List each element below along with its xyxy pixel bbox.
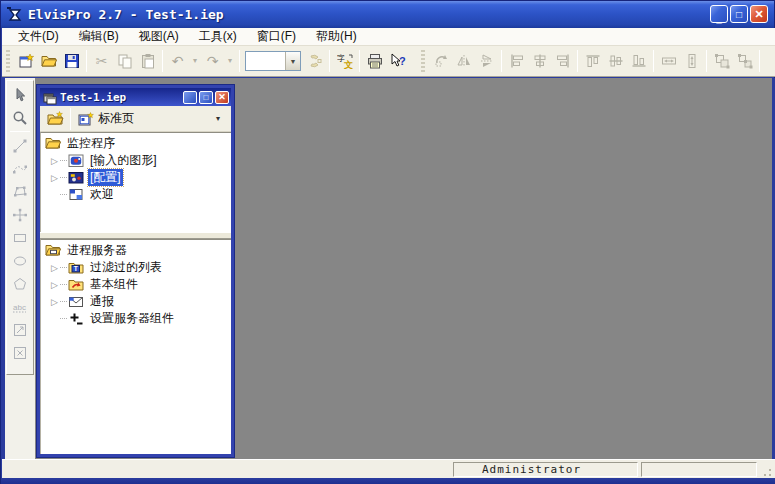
expander-icon[interactable]: ▷ <box>49 263 60 273</box>
close-button[interactable]: ✕ <box>750 5 768 23</box>
tree-item-label-selected[interactable]: [配置] <box>88 169 123 186</box>
menu-view[interactable]: 视图(A) <box>129 27 189 47</box>
ellipse-tool-icon <box>12 253 28 269</box>
redo-button[interactable]: ↷ <box>201 50 224 72</box>
page-type-selector[interactable]: 标准页 ▾ <box>74 108 228 130</box>
tree-root-server[interactable]: 进程服务器 <box>41 242 231 259</box>
align-right-icon <box>555 53 571 69</box>
align-bottom-button[interactable] <box>627 50 650 72</box>
menu-tools[interactable]: 工具(x) <box>189 27 247 47</box>
select-tool-icon <box>12 87 28 103</box>
flip-horizontal-button[interactable] <box>452 50 475 72</box>
tree-item-filtered-list[interactable]: ▷ T 过滤过的列表 <box>41 259 231 276</box>
wand-button[interactable] <box>303 50 326 72</box>
ole-tool-button[interactable] <box>8 341 32 364</box>
rotate-free-button[interactable] <box>429 50 452 72</box>
copy-button[interactable] <box>113 50 136 72</box>
group-icon <box>714 53 730 69</box>
titlebar[interactable]: ElvisPro 2.7 - Test-1.iep _ □ ✕ <box>1 1 774 28</box>
group-button[interactable] <box>710 50 733 72</box>
tree-item-label[interactable]: 过滤过的列表 <box>88 259 164 276</box>
tree-item-config[interactable]: ▷ [配置] <box>41 169 231 186</box>
tree-root-label[interactable]: 进程服务器 <box>65 242 129 259</box>
expander-icon[interactable]: ▷ <box>49 173 60 183</box>
app-icon[interactable] <box>6 7 24 23</box>
toolbar-separator <box>653 50 654 72</box>
new-window-button[interactable] <box>14 50 37 72</box>
page-combo[interactable]: ▼ <box>245 51 301 71</box>
polygon-tool-button[interactable] <box>8 180 32 203</box>
maximize-button[interactable]: □ <box>730 5 748 23</box>
tree-splitter[interactable] <box>40 232 231 239</box>
tree-item-label[interactable]: 通报 <box>88 293 116 310</box>
child-titlebar[interactable]: Test-1.iep _ □ ✕ <box>40 88 231 106</box>
open-button[interactable] <box>37 50 60 72</box>
image-tool-button[interactable] <box>8 318 32 341</box>
flip-vertical-button[interactable] <box>475 50 498 72</box>
same-width-button[interactable] <box>657 50 680 72</box>
tree-item-basic-components[interactable]: ▷ 基本组件 <box>41 276 231 293</box>
menu-help[interactable]: 帮助(H) <box>306 27 367 47</box>
menu-window[interactable]: 窗口(F) <box>247 27 306 47</box>
expander-icon[interactable]: ▷ <box>49 297 60 307</box>
redo-dropdown[interactable]: ▾ <box>224 50 236 72</box>
align-left-button[interactable] <box>505 50 528 72</box>
same-width-icon <box>661 53 677 69</box>
tree-item-label[interactable]: 基本组件 <box>88 276 140 293</box>
align-top-icon <box>585 53 601 69</box>
tree-item-label[interactable]: [输入的图形] <box>88 152 159 169</box>
align-right-button[interactable] <box>551 50 574 72</box>
toolbar-separator <box>501 50 502 72</box>
filtered-list-icon: T <box>68 260 85 276</box>
undo-button[interactable]: ↶ <box>166 50 189 72</box>
polyline-tool-button[interactable] <box>8 203 32 226</box>
new-page-button[interactable] <box>43 108 67 130</box>
align-middle-button[interactable] <box>604 50 627 72</box>
toolbar-separator <box>10 131 30 132</box>
page-type-dropdown-icon[interactable]: ▾ <box>216 114 224 123</box>
ungroup-button[interactable] <box>733 50 756 72</box>
expander-icon[interactable]: ▷ <box>49 156 60 166</box>
child-maximize-button[interactable]: □ <box>199 91 213 104</box>
menu-bar: 文件(D) 编辑(B) 视图(A) 工具(x) 窗口(F) 帮助(H) <box>2 28 775 46</box>
page-combo-arrow[interactable]: ▼ <box>285 52 300 70</box>
tree-item-notification[interactable]: ▷ 通报 <box>41 293 231 310</box>
align-center-button[interactable] <box>528 50 551 72</box>
paste-button[interactable] <box>136 50 159 72</box>
curve-tool-button[interactable] <box>8 157 32 180</box>
ellipse-tool-button[interactable] <box>8 249 32 272</box>
toolbar-grip[interactable] <box>421 50 425 72</box>
undo-dropdown[interactable]: ▾ <box>189 50 201 72</box>
expander-icon[interactable]: ▷ <box>49 280 60 290</box>
line-tool-button[interactable] <box>8 134 32 157</box>
tree-item-label[interactable]: 设置服务器组件 <box>88 310 176 327</box>
page-type-label[interactable]: 标准页 <box>98 110 216 127</box>
tree-item-label[interactable]: 欢迎 <box>88 186 116 203</box>
rectangle-tool-button[interactable] <box>8 226 32 249</box>
tree-item-input-graphics[interactable]: ▷ [输入的图形] <box>41 152 231 169</box>
zoom-tool-button[interactable] <box>8 106 32 129</box>
child-toolbar: 标准页 ▾ <box>40 106 231 132</box>
tree-root-monitor[interactable]: 监控程序 <box>41 135 231 152</box>
same-height-button[interactable] <box>680 50 703 72</box>
cut-button[interactable]: ✂ <box>90 50 113 72</box>
menu-file[interactable]: 文件(D) <box>8 27 69 47</box>
tree-root-label[interactable]: 监控程序 <box>65 135 117 152</box>
minimize-button[interactable]: _ <box>710 5 728 23</box>
child-close-button[interactable]: ✕ <box>215 91 229 104</box>
menu-edit[interactable]: 编辑(B) <box>69 27 129 47</box>
closed-polygon-tool-button[interactable] <box>8 272 32 295</box>
resize-grip[interactable] <box>760 465 773 478</box>
tree-item-welcome[interactable]: ▷ 欢迎 <box>41 186 231 203</box>
select-tool-button[interactable] <box>8 83 32 106</box>
align-left-icon <box>509 53 525 69</box>
context-help-button[interactable]: ? <box>386 50 409 72</box>
print-button[interactable] <box>363 50 386 72</box>
child-minimize-button[interactable]: _ <box>183 91 197 104</box>
tree-item-server-component-setup[interactable]: ▷ 设置服务器组件 <box>41 310 231 327</box>
align-top-button[interactable] <box>581 50 604 72</box>
translate-button[interactable]: 字 文 <box>333 50 356 72</box>
toolbar-grip[interactable] <box>6 50 10 72</box>
save-button[interactable] <box>60 50 83 72</box>
text-tool-button[interactable]: abc <box>8 295 32 318</box>
